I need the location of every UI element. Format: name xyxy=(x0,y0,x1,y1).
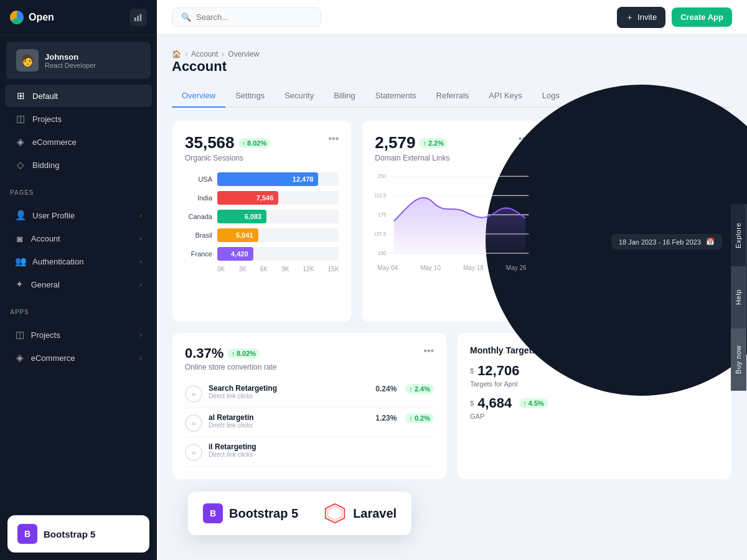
sidebar-item-label: eCommerce xyxy=(31,353,75,363)
social-visits-menu[interactable]: ••• xyxy=(708,133,719,144)
explore-label[interactable]: Explore xyxy=(731,204,746,266)
svg-text:250: 250 xyxy=(378,174,387,179)
tab-billing[interactable]: Billing xyxy=(324,85,365,108)
bootstrap-banner-icon: B xyxy=(203,503,223,523)
social-name: Instagram xyxy=(590,288,632,297)
bottom-grid: 0.37% ↑ 8.02% Online store convertion ra… xyxy=(172,332,732,480)
svg-marker-14 xyxy=(328,506,342,521)
tab-overview[interactable]: Overview xyxy=(172,85,225,108)
conversion-label: Online store convertion rate xyxy=(185,363,276,371)
chevron-icon: › xyxy=(139,258,142,265)
social-visits-label: Visits by Social Networks xyxy=(565,154,649,162)
bar-value: 7,546 xyxy=(256,194,274,202)
conversion-menu[interactable]: ••• xyxy=(423,345,434,357)
home-icon: 🏠 xyxy=(172,50,181,58)
tab-statements[interactable]: Statements xyxy=(365,85,426,108)
invite-button[interactable]: ＋ Invite xyxy=(617,7,665,28)
bar-label: USA xyxy=(185,175,212,183)
social-icon: 📷 xyxy=(565,286,584,305)
retargeting-item: ○ il Retargeting Direct link clicks xyxy=(185,437,434,467)
breadcrumb: 🏠 › Account › Overview xyxy=(172,50,732,58)
sidebar-item-general[interactable]: ✦ General › xyxy=(5,273,152,296)
social-icon: in xyxy=(565,202,584,221)
target-amount: 4,684 xyxy=(477,395,512,411)
organic-sessions-label: Organic Sessions xyxy=(185,154,270,162)
search-box[interactable]: 🔍 xyxy=(172,7,321,27)
bar-axis: 0K3K6K9K12K15K xyxy=(185,266,339,273)
bar-row: India 7,546 xyxy=(185,191,339,205)
apps-nav: ◫ Projects › ◈ eCommerce › xyxy=(0,318,157,375)
tab-security[interactable]: Security xyxy=(275,85,324,108)
sidebar-item-default[interactable]: ⊞ Default xyxy=(5,85,152,107)
bootstrap-card: B Bootstrap 5 xyxy=(7,515,149,553)
app-name: Open xyxy=(29,12,54,23)
tab-settings[interactable]: Settings xyxy=(225,85,275,108)
sidebar-item-projects[interactable]: ◫ Projects xyxy=(5,108,152,130)
social-count: 579 xyxy=(669,179,682,189)
retar-sub: Direct link clicks xyxy=(209,451,256,458)
pages-section-label: PAGES xyxy=(0,182,157,198)
tab-logs[interactable]: Logs xyxy=(532,85,570,108)
create-label: Create App xyxy=(680,12,723,22)
bootstrap-label: Bootstrap 5 xyxy=(44,529,95,539)
chevron-icon: › xyxy=(139,235,142,242)
social-sub: Community xyxy=(590,185,622,192)
target-sublabel: Targets for April xyxy=(470,380,591,388)
sidebar-item-apps-projects[interactable]: ◫ Projects › xyxy=(5,324,152,346)
retar-pct: 1.23% xyxy=(375,414,397,422)
breadcrumb-overview: Overview xyxy=(228,50,259,58)
page-header: 🏠 › Account › Overview Account xyxy=(172,50,732,75)
sidebar-bottom: B Bootstrap 5 xyxy=(0,508,157,560)
search-input[interactable] xyxy=(196,12,312,22)
grid-icon: ⊞ xyxy=(15,90,26,101)
date-badge-text: 18 Jan 2023 - 16 Feb 2023 xyxy=(619,238,701,246)
sidebar-item-bidding[interactable]: ◇ Bidding xyxy=(5,154,152,176)
tab-referrals[interactable]: Referrals xyxy=(426,85,479,108)
tab-api-keys[interactable]: API Keys xyxy=(479,85,532,108)
social-icon: # xyxy=(565,230,584,249)
bar-container: 7,546 xyxy=(217,191,339,205)
domain-links-card: 2,579 ↑ 2.2% Domain External Links ••• xyxy=(362,120,542,322)
sidebar-item-account[interactable]: ◙ Account › xyxy=(5,227,152,250)
create-app-button[interactable]: Create App xyxy=(672,7,732,27)
sidebar-chart-button[interactable] xyxy=(129,9,147,26)
social-sub: Social Media xyxy=(590,213,626,220)
account-icon: ◙ xyxy=(15,233,25,244)
sidebar-item-user-profile[interactable]: 👤 User Profile › xyxy=(5,204,152,226)
retar-icon: ○ xyxy=(185,414,202,432)
breadcrumb-account[interactable]: Account xyxy=(191,50,218,58)
sidebar-item-authentication[interactable]: 👥 Authentication › xyxy=(5,250,152,273)
domain-links-badge: ↑ 2.2% xyxy=(419,138,448,148)
bar-value: 4,420 xyxy=(231,250,248,258)
page-title: Account xyxy=(172,58,732,75)
bar-fill: 7,546 xyxy=(217,191,278,205)
help-label[interactable]: Help xyxy=(731,266,746,329)
bar-fill: 6,083 xyxy=(217,210,266,223)
bar-row: Canada 6,083 xyxy=(185,210,339,223)
retar-badge: ↑ 0.2% xyxy=(405,413,434,423)
social-item: ▶ YouTube Video Channel 978 ↑ 4.1% xyxy=(565,254,719,282)
sidebar-item-label: Authentication xyxy=(32,257,83,266)
domain-links-menu[interactable]: ••• xyxy=(519,133,529,144)
target-dollar: $ xyxy=(470,399,474,407)
pages-nav: 👤 User Profile › ◙ Account › 👥 Authentic… xyxy=(0,198,157,301)
sidebar-item-label: Projects xyxy=(32,114,62,124)
buy-now-label[interactable]: Buy now xyxy=(731,329,746,391)
logo-icon xyxy=(10,11,24,24)
sidebar-item-label: Account xyxy=(31,234,60,243)
sidebar-item-apps-ecommerce[interactable]: ◈ eCommerce › xyxy=(5,347,152,369)
conversion-card: 0.37% ↑ 8.02% Online store convertion ra… xyxy=(172,332,447,480)
retar-badge: ↑ 2.4% xyxy=(405,384,434,394)
bar-container: 5,041 xyxy=(217,228,339,242)
retar-name: il Retargeting xyxy=(209,442,256,451)
organic-sessions-menu[interactable]: ••• xyxy=(329,133,339,144)
bar-fill: 4,420 xyxy=(217,247,253,261)
social-count: 1,088 xyxy=(662,207,682,217)
social-badge: ↑ 4.1% xyxy=(690,263,719,273)
target-item: $ 4,684 ↑ 4.5% GAP xyxy=(470,395,591,420)
svg-rect-1 xyxy=(137,16,139,21)
sidebar-item-ecommerce[interactable]: ◈ eCommerce xyxy=(5,131,152,153)
bar-container: 4,420 xyxy=(217,247,339,261)
organic-sessions-badge: ↑ 8.02% xyxy=(238,138,271,148)
retar-name: al Retargetin xyxy=(209,413,254,422)
